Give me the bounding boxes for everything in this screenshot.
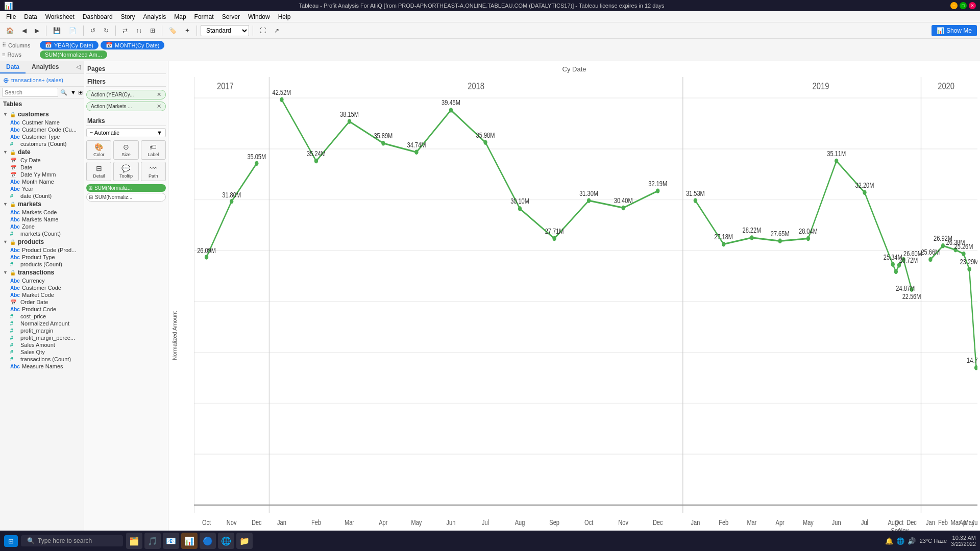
field-markets-name[interactable]: AbcMarkets Name	[0, 216, 84, 223]
close-button[interactable]: ✕	[969, 2, 976, 9]
share-button[interactable]: ↗	[271, 26, 282, 36]
markets-header[interactable]: ▼ 🔒 markets	[0, 199, 84, 209]
field-products-count[interactable]: #products (Count)	[0, 261, 84, 268]
search-input[interactable]	[2, 88, 58, 97]
tab-analytics[interactable]: Analytics	[26, 61, 65, 73]
volume-icon[interactable]: 🔊	[908, 537, 916, 545]
date-header[interactable]: ▼ 🔒 date	[0, 147, 84, 157]
field-zone[interactable]: AbcZone	[0, 223, 84, 230]
field-normalized-amount[interactable]: #Normalized Amount	[0, 320, 84, 327]
taskbar-app-tableau[interactable]: 📊	[181, 533, 198, 549]
home-button[interactable]: 🏠	[3, 26, 17, 36]
present-button[interactable]: ⛶	[257, 26, 269, 36]
collapse-sidebar-button[interactable]: ◁	[73, 61, 84, 73]
filter-year[interactable]: Action (YEAR(Cy... ✕	[86, 90, 166, 99]
highlight-button[interactable]: ✦	[182, 26, 193, 36]
field-date-yy-mmm[interactable]: 📅Date Yy Mmm	[0, 171, 84, 178]
show-me-button[interactable]: 📊 Show Me	[932, 25, 977, 36]
month-pill[interactable]: 📅 MONTH(Cy Date)	[101, 41, 164, 49]
marks-field-sum1[interactable]: ⊞ SUM(Normaliz...	[86, 184, 166, 192]
field-cy-date[interactable]: 📅Cy Date	[0, 157, 84, 164]
save-button[interactable]: 💾	[50, 26, 64, 36]
field-order-date[interactable]: 📅Order Date	[0, 298, 84, 306]
start-button[interactable]: ⊞	[4, 535, 18, 547]
field-product-type[interactable]: AbcProduct Type	[0, 254, 84, 261]
notification-icon[interactable]: 🔔	[885, 537, 893, 545]
field-profit-margin-perce[interactable]: #profit_margin_perce...	[0, 334, 84, 341]
marks-field-sum2[interactable]: ⊟ SUM(Normaliz...	[86, 193, 166, 202]
tab-data[interactable]: Data	[0, 61, 26, 73]
field-measure-names[interactable]: AbcMeasure Names	[0, 363, 84, 370]
field-custmer-name[interactable]: AbcCustmer Name	[0, 119, 84, 126]
marks-color-button[interactable]: 🎨 Color	[86, 140, 111, 160]
search-button[interactable]: 🔍	[58, 88, 69, 97]
redo-button[interactable]: ↻	[101, 26, 112, 36]
marks-detail-button[interactable]: ⊟ Detail	[86, 162, 111, 181]
label-button[interactable]: 🏷️	[166, 26, 180, 36]
datasource-label[interactable]: transactions+ (sales)	[11, 77, 63, 83]
menu-worksheet[interactable]: Worksheet	[41, 12, 79, 21]
marks-size-button[interactable]: ⊙ Size	[113, 140, 138, 160]
taskbar-app-2[interactable]: 🎵	[144, 533, 161, 549]
sort-button[interactable]: ⊞	[77, 88, 84, 97]
taskbar-search[interactable]: 🔍 Type here to search	[21, 535, 123, 546]
undo-button[interactable]: ↺	[87, 26, 99, 36]
year-pill[interactable]: 📅 YEAR(Cy Date)	[40, 41, 99, 49]
maximize-button[interactable]: □	[960, 2, 967, 9]
field-customer-code[interactable]: AbcCustomer Code (Cu...	[0, 126, 84, 133]
field-month-name[interactable]: AbcMonth Name	[0, 178, 84, 185]
field-currency[interactable]: AbcCurrency	[0, 277, 84, 284]
sort-asc-button[interactable]: ↑↓	[133, 26, 145, 36]
field-customers-count[interactable]: #customers (Count)	[0, 140, 84, 147]
menu-help[interactable]: Help	[274, 12, 295, 21]
products-header[interactable]: ▼ 🔒 products	[0, 237, 84, 246]
field-transactions-count[interactable]: #transactions (Count)	[0, 356, 84, 363]
field-profit-margin[interactable]: #profit_margin	[0, 327, 84, 334]
taskbar-app-3[interactable]: 📧	[163, 533, 179, 549]
sum-normalized-pill[interactable]: SUM(Normalized Am...	[40, 51, 107, 59]
field-date-count[interactable]: #date (Count)	[0, 192, 84, 199]
taskbar-app-5[interactable]: 🔵	[200, 533, 216, 549]
marks-type-dropdown[interactable]: ~ Automatic ▼	[86, 128, 166, 137]
field-date[interactable]: 📅Date	[0, 164, 84, 171]
transactions-header[interactable]: ▼ 🔒 transactions	[0, 268, 84, 277]
field-product-code-tx[interactable]: AbcProduct Code	[0, 306, 84, 313]
taskbar-app-6[interactable]: 🌐	[218, 533, 234, 549]
swap-button[interactable]: ⇄	[119, 26, 131, 36]
menu-data[interactable]: Data	[20, 12, 41, 21]
field-year[interactable]: AbcYear	[0, 185, 84, 192]
marks-label-button[interactable]: 🏷 Label	[141, 140, 166, 160]
menu-server[interactable]: Server	[218, 12, 244, 21]
zoom-dropdown[interactable]: Standard Fit Width Entire View	[201, 25, 249, 36]
forward-button[interactable]: ▶	[32, 26, 42, 36]
menu-dashboard[interactable]: Dashboard	[79, 12, 117, 21]
menu-map[interactable]: Map	[170, 12, 190, 21]
menu-story[interactable]: Story	[117, 12, 139, 21]
menu-file[interactable]: File	[2, 12, 20, 21]
fit-button[interactable]: ⊞	[147, 26, 158, 36]
field-customer-code-tx[interactable]: AbcCustomer Code	[0, 284, 84, 291]
field-customer-type[interactable]: AbcCustomer Type	[0, 133, 84, 140]
marks-path-button[interactable]: 〰 Path	[141, 162, 166, 181]
filter-markets-remove[interactable]: ✕	[157, 103, 161, 110]
field-sales-qty[interactable]: #Sales Qty	[0, 348, 84, 356]
new-sheet-button[interactable]: 📄	[66, 26, 80, 36]
filter-year-remove[interactable]: ✕	[157, 91, 161, 98]
taskbar-app-7[interactable]: 📁	[236, 533, 253, 549]
field-markets-code[interactable]: AbcMarkets Code	[0, 209, 84, 216]
menu-window[interactable]: Window	[244, 12, 274, 21]
minimize-button[interactable]: –	[950, 2, 958, 9]
network-icon[interactable]: 🌐	[896, 537, 904, 545]
filter-button[interactable]: ▼	[69, 88, 77, 96]
taskbar-app-1[interactable]: 🗂️	[126, 533, 142, 549]
menu-format[interactable]: Format	[190, 12, 218, 21]
field-markets-count[interactable]: #markets (Count)	[0, 230, 84, 237]
field-sales-amount[interactable]: #Sales Amount	[0, 341, 84, 348]
marks-tooltip-button[interactable]: 💬 Tooltip	[113, 162, 138, 181]
field-cost-price[interactable]: #cost_price	[0, 313, 84, 320]
field-product-code[interactable]: AbcProduct Code (Prod...	[0, 246, 84, 254]
filter-markets[interactable]: Action (Markets ... ✕	[86, 102, 166, 111]
menu-analysis[interactable]: Analysis	[139, 12, 170, 21]
customers-header[interactable]: ▼ 🔒 customers	[0, 110, 84, 119]
back-button[interactable]: ◀	[19, 26, 30, 36]
